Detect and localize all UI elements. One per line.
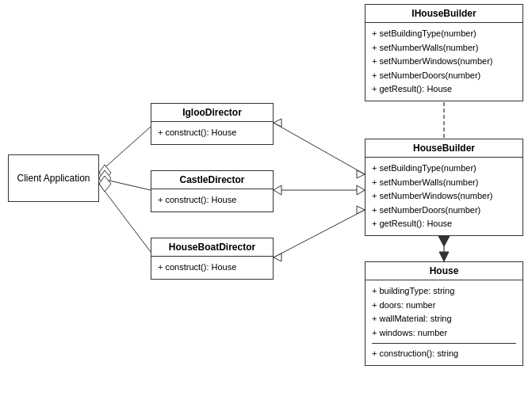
- svg-marker-6: [99, 165, 111, 181]
- svg-marker-18: [274, 253, 281, 261]
- svg-marker-4: [439, 252, 449, 261]
- igloo-director-header: IglooDirector: [151, 104, 273, 122]
- igloo-director-box: IglooDirector + construct(): House: [151, 103, 274, 145]
- svg-marker-12: [274, 119, 281, 127]
- houseboat-director-box: HouseBoatDirector + construct(): House: [151, 238, 274, 280]
- client-application-box: Client Application: [8, 154, 99, 202]
- house-attr-2: + doors: number: [372, 299, 516, 313]
- houseboat-director-header: HouseBoatDirector: [151, 238, 273, 257]
- svg-marker-15: [274, 185, 281, 195]
- castle-director-method-1: + construct(): House: [158, 193, 266, 208]
- ihouse-method-4: + setNumberDoors(number): [372, 69, 516, 83]
- castle-director-box: CastleDirector + construct(): House: [151, 170, 274, 212]
- ihouse-method-5: + getResult(): House: [372, 82, 516, 97]
- hbuilder-method-5: + getResult(): House: [372, 217, 516, 231]
- castle-director-header: CastleDirector: [151, 171, 273, 189]
- svg-marker-19: [357, 206, 365, 214]
- house-attr-3: + wallMaterial: string: [372, 312, 516, 326]
- svg-marker-10: [99, 176, 111, 192]
- house-method-1: + construction(): string: [372, 347, 516, 361]
- svg-marker-16: [357, 185, 365, 195]
- svg-line-9: [99, 184, 151, 252]
- igloo-director-method-1: + construct(): House: [158, 126, 266, 140]
- uml-diagram: Client Application IglooDirector + const…: [0, 0, 532, 400]
- svg-line-11: [274, 123, 365, 174]
- house-header: House: [366, 262, 522, 280]
- hbuilder-method-1: + setBuildingType(number): [372, 162, 516, 176]
- house-box: House + buildingType: string + doors: nu…: [365, 261, 523, 366]
- house-builder-box: HouseBuilder + setBuildingType(number) +…: [365, 139, 523, 236]
- hbuilder-method-4: + setNumberDoors(number): [372, 204, 516, 218]
- svg-marker-8: [99, 170, 111, 186]
- svg-line-17: [274, 210, 365, 257]
- client-application-label: Client Application: [17, 173, 90, 184]
- ihouse-method-2: + setNumberWalls(number): [372, 41, 516, 55]
- ihouse-builder-header: IHouseBuilder: [366, 5, 522, 23]
- ihouse-builder-box: IHouseBuilder + setBuildingType(number) …: [365, 4, 523, 101]
- svg-marker-13: [357, 170, 365, 178]
- house-attr-4: + windows: number: [372, 326, 516, 341]
- svg-line-7: [99, 178, 151, 190]
- house-builder-header: HouseBuilder: [366, 139, 522, 158]
- house-attr-1: + buildingType: string: [372, 284, 516, 299]
- ihouse-method-1: + setBuildingType(number): [372, 27, 516, 41]
- hbuilder-method-2: + setNumberWalls(number): [372, 176, 516, 190]
- ihouse-method-3: + setNumberWindows(number): [372, 55, 516, 69]
- svg-line-5: [99, 127, 151, 173]
- hbuilder-method-3: + setNumberWindows(number): [372, 189, 516, 204]
- houseboat-director-method-1: + construct(): House: [158, 261, 266, 275]
